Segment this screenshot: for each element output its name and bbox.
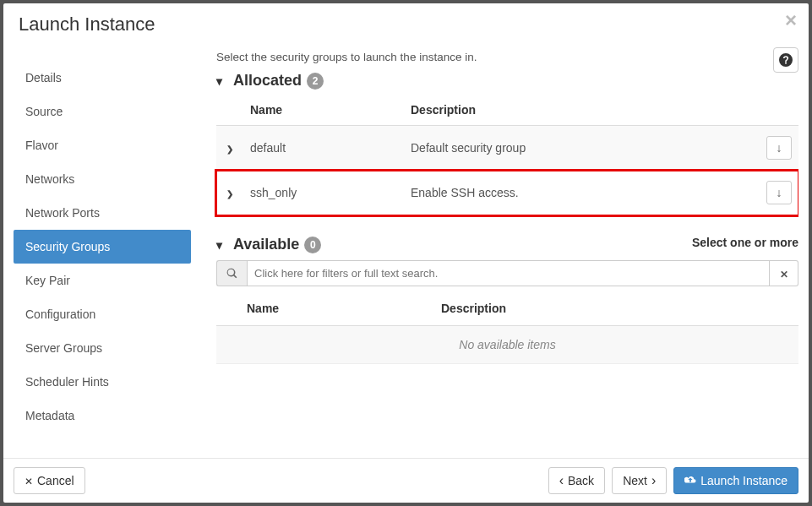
select-one-or-more-hint: Select one or more [692,236,798,249]
available-label: Available [233,236,299,253]
chevron-left-icon [559,474,564,487]
help-button[interactable] [773,47,798,73]
modal-header: Launch Instance × [3,3,809,42]
clear-search-button[interactable] [770,260,798,286]
available-col-name: Name [240,293,434,326]
sidebar-item-networks[interactable]: Networks [14,162,191,196]
available-col-description: Description [434,293,761,326]
sidebar-item-server-groups[interactable]: Server Groups [14,331,191,365]
chevron-down-icon [216,236,228,253]
sidebar-item-flavor[interactable]: Flavor [14,128,191,162]
deallocate-button[interactable] [766,136,792,160]
available-section-toggle[interactable]: Available 0 [216,236,692,253]
sidebar-item-security-groups[interactable]: Security Groups [14,230,191,264]
sidebar-item-configuration[interactable]: Configuration [14,297,191,331]
allocated-count-badge: 2 [307,73,324,90]
deallocate-button[interactable] [766,181,792,204]
launch-instance-button[interactable]: Launch Instance [673,467,798,494]
launch-label: Launch Instance [700,474,787,487]
allocated-col-description: Description [404,96,760,126]
empty-row: No available items [216,326,798,364]
allocated-table: Name Description default Default securit… [216,96,798,215]
close-icon [780,267,788,280]
sidebar-item-metadata[interactable]: Metadata [14,399,191,433]
sidebar-item-source[interactable]: Source [14,95,191,128]
wizard-main-panel: Select the security groups to launch the… [191,49,798,458]
modal-body: Details Source Flavor Networks Network P… [3,42,809,458]
arrow-down-icon [777,141,782,155]
allocated-section-toggle[interactable]: Allocated 2 [216,72,798,90]
sidebar-item-key-pair[interactable]: Key Pair [14,264,191,297]
cell-name: default [243,126,404,171]
modal-footer: Cancel Back Next Launch Instance [3,458,809,503]
chevron-down-icon [216,72,228,90]
cancel-button[interactable]: Cancel [14,467,85,494]
help-text: Select the security groups to launch the… [216,49,798,63]
chevron-right-icon [651,474,656,487]
available-search [216,260,798,286]
wizard-sidebar: Details Source Flavor Networks Network P… [14,49,191,458]
sidebar-item-network-ports[interactable]: Network Ports [14,196,191,230]
modal-title: Launch Instance [19,14,793,35]
chevron-right-icon[interactable] [223,189,237,199]
cell-description: Default security group [404,126,760,171]
close-icon [25,474,33,487]
sidebar-item-scheduler-hints[interactable]: Scheduler Hints [14,365,191,399]
arrow-down-icon [777,186,782,199]
cell-description: Enable SSH access. [404,171,760,215]
sidebar-item-details[interactable]: Details [14,61,191,95]
chevron-right-icon[interactable] [223,144,237,154]
table-row: ssh_only Enable SSH access. [216,171,798,215]
table-row: default Default security group [216,126,798,171]
cell-name: ssh_only [243,171,404,215]
cloud-upload-icon [684,474,696,487]
empty-message: No available items [216,326,798,364]
back-button[interactable]: Back [548,467,605,494]
available-table: Name Description No available items [216,293,798,364]
allocated-label: Allocated [233,72,302,90]
allocated-col-name: Name [243,96,404,126]
back-label: Back [568,474,594,487]
cancel-label: Cancel [37,474,74,487]
launch-instance-modal: Launch Instance × Details Source Flavor … [3,3,809,503]
next-label: Next [623,474,647,487]
search-icon [216,260,247,286]
search-input[interactable] [247,260,770,286]
close-icon[interactable]: × [785,10,797,30]
available-count-badge: 0 [304,237,321,253]
next-button[interactable]: Next [612,467,667,494]
